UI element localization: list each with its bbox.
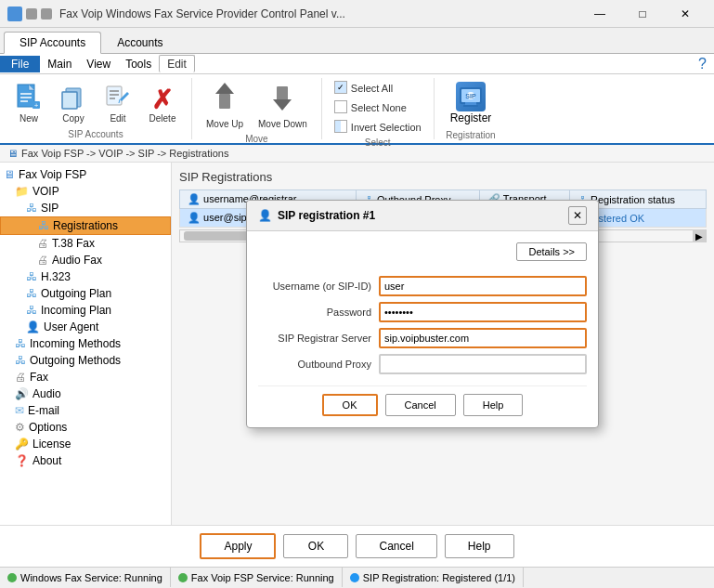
- register-label: Register: [450, 111, 492, 124]
- move-down-button[interactable]: Move Down: [252, 78, 314, 132]
- password-label: Password: [258, 307, 379, 318]
- footer-ok-button[interactable]: OK: [283, 534, 348, 558]
- tab-bar: SIP Accounts Accounts: [0, 28, 714, 54]
- edit-button[interactable]: Edit: [97, 79, 139, 127]
- ribbon: + New Copy Edit ✗ Delete: [0, 74, 714, 145]
- registrations-icon: 🖧: [38, 219, 49, 232]
- sidebar-item-email[interactable]: ✉ E-mail: [0, 402, 171, 419]
- sidebar-item-incoming-plan[interactable]: 🖧 Incoming Plan: [0, 302, 171, 319]
- window-controls: — □ ✕: [578, 0, 707, 28]
- invert-selection-button[interactable]: Invert Selection: [330, 117, 426, 136]
- ribbon-group-sip-accounts: + New Copy Edit ✗ Delete: [0, 78, 192, 139]
- select-none-button[interactable]: Select None: [330, 98, 426, 116]
- fax-voip-fsp-label: Fax Voip FSP: [19, 168, 86, 181]
- outbound-proxy-label: Outbound Proxy: [258, 359, 379, 370]
- user-agent-label: User Agent: [44, 320, 98, 333]
- options-label: Options: [29, 421, 67, 434]
- select-all-label: Select All: [351, 83, 393, 94]
- options-icon: ⚙: [15, 421, 25, 434]
- sidebar-item-about[interactable]: ❓ About: [0, 452, 171, 469]
- sidebar-item-outgoing-plan[interactable]: 🖧 Outgoing Plan: [0, 285, 171, 302]
- register-button[interactable]: SIP Register: [442, 78, 500, 128]
- incoming-methods-icon: 🖧: [15, 337, 26, 350]
- status-bar: Windows Fax Service: Running Fax Voip FS…: [0, 567, 714, 587]
- move-down-icon: [269, 81, 295, 119]
- ribbon-sip-buttons: + New Copy Edit ✗ Delete: [7, 78, 184, 127]
- sidebar-item-t38fax[interactable]: 🖨 T.38 Fax: [0, 235, 171, 252]
- help-icon[interactable]: ?: [691, 56, 714, 72]
- dialog-body: Details >> Username (or SIP-ID) Password…: [247, 231, 598, 427]
- dialog-buttons: OK Cancel Help: [258, 385, 587, 416]
- details-button[interactable]: Details >>: [516, 242, 587, 261]
- dialog-ok-button[interactable]: OK: [322, 394, 378, 416]
- registration-group-label: Registration: [446, 130, 495, 140]
- outgoing-methods-icon: 🖧: [15, 354, 26, 367]
- username-input[interactable]: [379, 276, 587, 296]
- outgoing-methods-label: Outgoing Methods: [30, 354, 121, 367]
- sidebar-item-h323[interactable]: 🖧 H.323: [0, 268, 171, 285]
- form-group-username: Username (or SIP-ID): [258, 276, 587, 296]
- copy-button[interactable]: Copy: [52, 79, 95, 127]
- menu-edit[interactable]: Edit: [159, 55, 195, 72]
- outbound-proxy-input[interactable]: [379, 354, 587, 374]
- sidebar-item-options[interactable]: ⚙ Options: [0, 419, 171, 436]
- dialog-cancel-button[interactable]: Cancel: [385, 394, 456, 416]
- form-group-password: Password: [258, 302, 587, 322]
- about-label: About: [32, 454, 61, 467]
- outgoing-plan-label: Outgoing Plan: [41, 287, 111, 300]
- dialog-close-button[interactable]: ✕: [568, 206, 587, 225]
- app-icon: [7, 7, 22, 21]
- delete-button[interactable]: ✗ Delete: [141, 79, 184, 127]
- status-fsp: Fax Voip FSP Service: Running: [171, 568, 343, 587]
- svg-marker-19: [215, 83, 234, 94]
- menu-main[interactable]: Main: [40, 56, 79, 72]
- select-none-label: Select None: [351, 102, 407, 113]
- sip-registrar-label: SIP Registrar Server: [258, 333, 379, 344]
- print-icon: [41, 8, 52, 20]
- window-title: Fax Voip Windows Fax Service Provider Co…: [59, 7, 578, 20]
- sidebar-item-registrations[interactable]: 🖧 Registrations: [0, 216, 171, 235]
- menu-view[interactable]: View: [79, 56, 118, 72]
- dialog-title-text: SIP registration #1: [278, 209, 375, 222]
- sidebar-item-sip[interactable]: 🖧 SIP: [0, 200, 171, 216]
- move-up-button[interactable]: Move Up: [200, 78, 250, 132]
- dialog-help-button[interactable]: Help: [463, 394, 524, 416]
- tab-sip-accounts[interactable]: SIP Accounts: [4, 32, 101, 54]
- outgoing-plan-icon: 🖧: [26, 287, 37, 300]
- maximize-button[interactable]: □: [621, 0, 664, 28]
- scroll-right-button[interactable]: ▶: [693, 229, 706, 242]
- close-button[interactable]: ✕: [664, 0, 707, 28]
- new-label: New: [19, 113, 38, 124]
- registrations-label: Registrations: [53, 219, 118, 232]
- svg-text:✗: ✗: [151, 85, 173, 112]
- breadcrumb: 🖥 Fax Voip FSP -> VOIP -> SIP -> Registr…: [0, 145, 714, 163]
- footer-help-button[interactable]: Help: [445, 534, 514, 558]
- sidebar-item-fax-voip-fsp[interactable]: 🖥 Fax Voip FSP: [0, 166, 171, 183]
- sidebar-item-user-agent[interactable]: 👤 User Agent: [0, 319, 171, 335]
- minimize-button[interactable]: —: [578, 0, 621, 28]
- menu-tools[interactable]: Tools: [118, 56, 159, 72]
- password-input[interactable]: [379, 302, 587, 322]
- delete-label: Delete: [149, 113, 176, 124]
- incoming-plan-icon: 🖧: [26, 304, 37, 317]
- breadcrumb-icon: 🖥: [7, 148, 18, 159]
- section-title: SIP Registrations: [179, 170, 707, 184]
- sidebar-item-audio-fax[interactable]: 🖨 Audio Fax: [0, 252, 171, 268]
- apply-button[interactable]: Apply: [200, 533, 276, 559]
- sip-registrar-input[interactable]: [379, 328, 587, 348]
- voip-label: VOIP: [32, 185, 59, 198]
- sidebar-item-audio[interactable]: 🔊 Audio: [0, 385, 171, 402]
- sidebar-item-incoming-methods[interactable]: 🖧 Incoming Methods: [0, 335, 171, 352]
- sidebar-item-fax[interactable]: 🖨 Fax: [0, 369, 171, 385]
- sidebar-item-voip[interactable]: 📁 VOIP: [0, 183, 171, 200]
- menu-file[interactable]: File: [0, 56, 40, 72]
- sidebar-item-license[interactable]: 🔑 License: [0, 436, 171, 452]
- new-button[interactable]: + New: [7, 79, 50, 127]
- sidebar-item-outgoing-methods[interactable]: 🖧 Outgoing Methods: [0, 352, 171, 369]
- select-all-button[interactable]: ✓ Select All: [330, 78, 426, 97]
- status-sip-reg: SIP Registration: Registered (1/1): [343, 568, 524, 587]
- title-bar-icons: [7, 7, 52, 21]
- footer-cancel-button[interactable]: Cancel: [356, 534, 436, 558]
- tab-accounts[interactable]: Accounts: [101, 32, 178, 53]
- audio-fax-icon: 🖨: [37, 254, 48, 267]
